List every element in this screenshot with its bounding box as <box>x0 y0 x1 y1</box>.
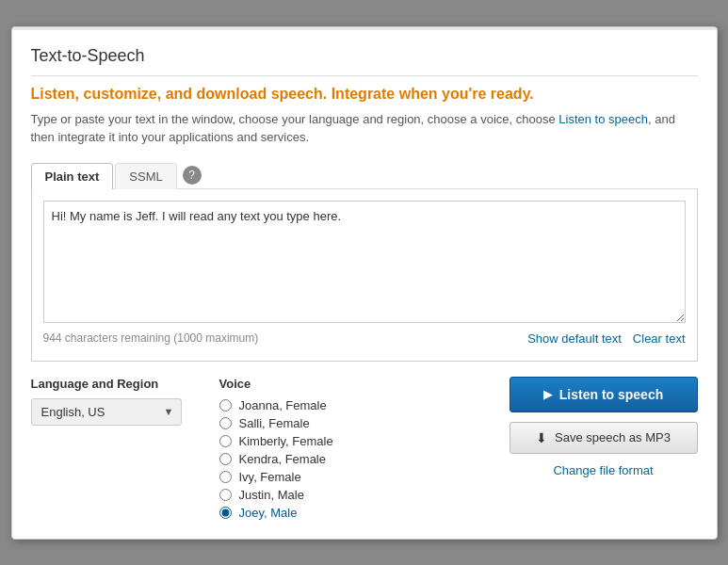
listen-link[interactable]: Listen to speech <box>558 112 648 126</box>
textarea-section: Hi! My name is Jeff. I will read any tex… <box>31 189 698 362</box>
action-buttons: ▶ Listen to speech ⬇ Save speech as MP3 … <box>510 377 698 477</box>
voice-ivy-label: Ivy, Female <box>239 470 301 484</box>
tab-bar: Plain text SSML ? <box>31 162 698 189</box>
language-select[interactable]: English, US English, GB Spanish, US Fren… <box>31 398 182 426</box>
list-item[interactable]: Salli, Female <box>219 416 408 430</box>
list-item[interactable]: Justin, Male <box>219 488 408 502</box>
radio-salli[interactable] <box>219 417 232 429</box>
list-item[interactable]: Joey, Male <box>219 506 408 520</box>
tab-plain-text[interactable]: Plain text <box>31 163 114 189</box>
text-actions: Show default text Clear text <box>527 331 685 346</box>
show-default-text-link[interactable]: Show default text <box>527 331 622 346</box>
voice-kendra-label: Kendra, Female <box>239 452 327 466</box>
list-item[interactable]: Kimberly, Female <box>219 434 408 448</box>
app-window: Text-to-Speech Listen, customize, and do… <box>11 26 718 540</box>
list-item[interactable]: Kendra, Female <box>219 452 408 466</box>
radio-joey[interactable] <box>219 507 232 519</box>
bottom-section: Language and Region English, US English,… <box>31 377 698 520</box>
language-select-wrapper: English, US English, GB Spanish, US Fren… <box>31 398 182 426</box>
help-icon[interactable]: ? <box>183 166 202 185</box>
radio-joanna[interactable] <box>219 399 232 412</box>
description: Type or paste your text in the window, c… <box>31 110 698 147</box>
voice-section: Voice Joanna, Female Salli, Female Kimbe… <box>219 377 408 520</box>
headline: Listen, customize, and download speech. … <box>31 86 698 103</box>
download-icon: ⬇ <box>536 430 547 445</box>
voice-kimberly-label: Kimberly, Female <box>239 434 333 448</box>
change-file-format-link[interactable]: Change file format <box>553 463 653 477</box>
voice-justin-label: Justin, Male <box>239 488 304 502</box>
char-count: 944 characters remaining (1000 maximum) <box>43 331 259 345</box>
language-region-section: Language and Region English, US English,… <box>31 377 201 426</box>
text-input[interactable]: Hi! My name is Jeff. I will read any tex… <box>43 201 686 323</box>
textarea-footer: 944 characters remaining (1000 maximum) … <box>43 326 686 349</box>
save-speech-button[interactable]: ⬇ Save speech as MP3 <box>510 422 698 454</box>
save-button-label: Save speech as MP3 <box>555 430 671 444</box>
radio-ivy[interactable] <box>219 471 232 483</box>
listen-to-speech-button[interactable]: ▶ Listen to speech <box>510 377 698 412</box>
voice-joey-label: Joey, Male <box>239 506 298 520</box>
voice-label: Voice <box>219 377 408 391</box>
language-label: Language and Region <box>31 377 201 391</box>
voice-joanna-label: Joanna, Female <box>239 398 327 412</box>
radio-kendra[interactable] <box>219 453 232 465</box>
list-item[interactable]: Joanna, Female <box>219 398 408 412</box>
page-title: Text-to-Speech <box>31 46 698 76</box>
listen-button-label: Listen to speech <box>559 387 663 402</box>
clear-text-link[interactable]: Clear text <box>633 331 686 346</box>
radio-kimberly[interactable] <box>219 435 232 447</box>
tab-ssml[interactable]: SSML <box>115 163 176 189</box>
play-icon: ▶ <box>543 388 552 401</box>
radio-justin[interactable] <box>219 489 232 501</box>
voice-salli-label: Salli, Female <box>239 416 310 430</box>
voice-list: Joanna, Female Salli, Female Kimberly, F… <box>219 398 408 520</box>
list-item[interactable]: Ivy, Female <box>219 470 408 484</box>
